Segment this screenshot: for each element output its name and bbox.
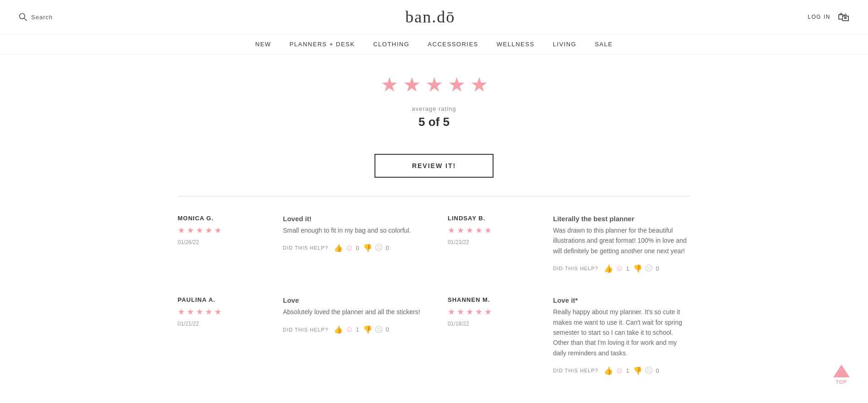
helpful-yes-button[interactable]: 👍 ☺ 0 [334,243,360,253]
helpful-no-button[interactable]: 👎 ☹ 0 [633,365,659,376]
thumbs-up-icon: 👍 [334,244,343,252]
helpful-section: DID THIS HELP? 👍 ☺ 0 👎 ☹ 0 [283,243,420,253]
star-2: ★ [403,73,421,96]
smile-icon: ☺ [345,325,354,334]
header-right: LOG IN 🛍 [808,10,850,24]
logo-area: ban.dō [53,7,808,27]
nav-item-planners[interactable]: PLANNERS + DESK [289,41,355,48]
helpful-yes-button[interactable]: 👍 ☺ 1 [604,264,630,273]
helpful-yes-button[interactable]: 👍 ☺ 1 [604,366,630,376]
helpful-section: DID THIS HELP? 👍 ☺ 1 👎 ☹ 0 [553,263,690,273]
neutral-icon: ☹ [374,325,384,335]
thumbs-up-icon: 👍 [604,366,613,375]
review-date: 01/21/22 [178,321,269,327]
nav-item-new[interactable]: NEW [255,41,271,48]
review-it-button[interactable]: REVIEW IT! [374,154,494,178]
cart-icon[interactable]: 🛍 [838,10,850,24]
smile-icon: ☺ [615,264,624,273]
helpful-label: DID THIS HELP? [283,245,328,251]
helpful-label: DID THIS HELP? [553,368,598,373]
top-label: TOP [835,379,847,385]
review-title: Love [283,296,420,304]
neutral-icon: ☹ [645,365,654,376]
review-stars: ★ ★ ★ ★ ★ [178,225,269,235]
helpful-no-count: 0 [385,326,389,333]
large-stars: ★ ★ ★ ★ ★ [178,73,690,96]
nav-item-accessories[interactable]: ACCESSORIES [428,41,478,48]
helpful-no-count: 0 [656,367,659,374]
helpful-yes-count: 1 [356,326,359,333]
star-1: ★ [380,73,398,96]
reviewer-meta: LINDSAY B. ★ ★ ★ ★ ★ 01/23/22 [448,215,539,273]
thumbs-up-icon: 👍 [334,325,343,334]
thumbs-down-icon: 👎 [633,366,643,375]
review-title: Literally the best planner [553,215,690,223]
review-content: Love it* Really happy about my planner. … [553,296,690,376]
smile-icon: ☺ [345,243,354,253]
star-4: ★ [448,73,466,96]
top-triangle-icon [833,365,850,377]
search-area[interactable]: Search [18,12,53,22]
review-item: LINDSAY B. ★ ★ ★ ★ ★ 01/23/22 Literally … [448,215,690,273]
helpful-no-button[interactable]: 👎 ☹ 0 [633,263,659,273]
login-button[interactable]: LOG IN [808,14,830,20]
review-content: Loved it! Small enough to fit in my bag … [283,215,420,273]
neutral-icon: ☹ [374,243,384,253]
review-date: 01/23/22 [448,239,539,245]
review-content: Literally the best planner Was drawn to … [553,215,690,273]
reviewer-name: LINDSAY B. [448,215,539,222]
thumbs-down-icon: 👎 [363,244,373,252]
back-to-top-button[interactable]: TOP [833,365,850,385]
review-button-wrapper: REVIEW IT! [178,154,690,178]
review-body: Absolutely loved the planner and all the… [283,307,420,317]
helpful-label: DID THIS HELP? [553,266,598,271]
search-icon [18,12,27,22]
nav-item-wellness[interactable]: WELLNESS [497,41,535,48]
review-date: 01/18/22 [448,321,539,327]
rating-section: ★ ★ ★ ★ ★ average rating 5 of 5 [178,54,690,143]
review-stars: ★ ★ ★ ★ ★ [178,307,269,317]
review-body: Small enough to fit in my bag and so col… [283,225,420,235]
review-item: PAULINA A. ★ ★ ★ ★ ★ 01/21/22 Love Absol… [178,296,420,376]
review-stars: ★ ★ ★ ★ ★ [448,307,539,317]
reviewer-name: SHANNEN M. [448,296,539,303]
helpful-no-count: 0 [385,245,389,251]
star-5: ★ [470,73,488,96]
pagination: ‹ 1 2 3 4 5 › [178,398,690,403]
main-nav: NEW PLANNERS + DESK CLOTHING ACCESSORIES… [0,34,868,54]
helpful-yes-button[interactable]: 👍 ☺ 1 [334,325,360,334]
thumbs-down-icon: 👎 [633,264,643,273]
reviewer-name: MONICA G. [178,215,269,222]
header: Search ban.dō LOG IN 🛍 [0,0,868,34]
site-logo[interactable]: ban.dō [53,7,808,27]
main-content: ★ ★ ★ ★ ★ average rating 5 of 5 REVIEW I… [159,54,709,403]
helpful-section: DID THIS HELP? 👍 ☺ 1 👎 ☹ 0 [553,365,690,376]
nav-item-living[interactable]: LIVING [553,41,577,48]
helpful-yes-count: 1 [626,265,629,272]
reviewer-name: PAULINA A. [178,296,269,303]
svg-line-1 [24,18,27,21]
review-title: Loved it! [283,215,420,223]
review-stars: ★ ★ ★ ★ ★ [448,225,539,235]
star-3: ★ [425,73,443,96]
reviewer-meta: PAULINA A. ★ ★ ★ ★ ★ 01/21/22 [178,296,269,376]
average-label: average rating [178,105,690,112]
review-body: Really happy about my planner. It's so c… [553,307,690,358]
review-date: 01/26/22 [178,239,269,245]
review-title: Love it* [553,296,690,304]
review-item: SHANNEN M. ★ ★ ★ ★ ★ 01/18/22 Love it* R… [448,296,690,376]
nav-item-sale[interactable]: SALE [595,41,613,48]
thumbs-up-icon: 👍 [604,264,613,273]
reviewer-meta: SHANNEN M. ★ ★ ★ ★ ★ 01/18/22 [448,296,539,376]
average-value: 5 of 5 [178,115,690,129]
smile-icon: ☺ [615,366,624,376]
search-label[interactable]: Search [31,14,53,21]
helpful-no-button[interactable]: 👎 ☹ 0 [363,243,389,253]
review-content: Love Absolutely loved the planner and al… [283,296,420,376]
reviews-grid: MONICA G. ★ ★ ★ ★ ★ 01/26/22 Loved it! S… [178,215,690,398]
helpful-yes-count: 1 [626,367,629,374]
helpful-no-button[interactable]: 👎 ☹ 0 [363,325,389,335]
svg-point-0 [20,14,25,19]
nav-item-clothing[interactable]: CLOTHING [373,41,409,48]
review-item: MONICA G. ★ ★ ★ ★ ★ 01/26/22 Loved it! S… [178,215,420,273]
